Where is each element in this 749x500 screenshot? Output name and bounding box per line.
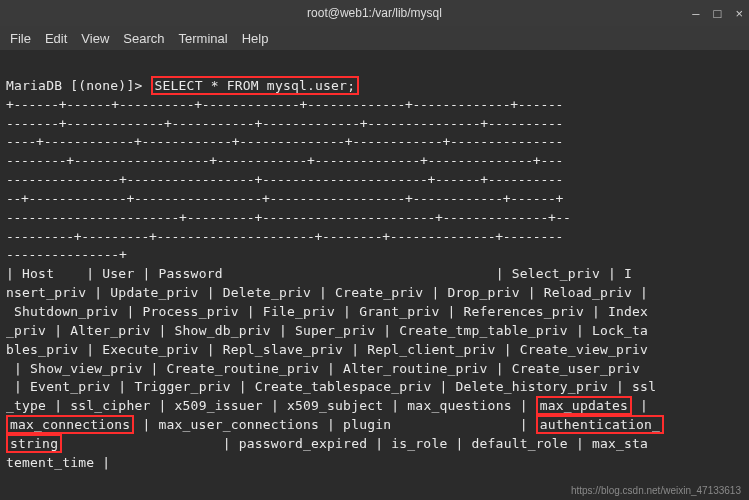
column-header: tement_time | bbox=[6, 455, 110, 470]
terminal-content[interactable]: MariaDB [(none)]> SELECT * FROM mysql.us… bbox=[0, 50, 749, 481]
column-header: _priv | Alter_priv | Show_db_priv | Supe… bbox=[6, 323, 648, 338]
column-header: bles_priv | Execute_priv | Repl_slave_pr… bbox=[6, 342, 648, 357]
window-controls: – □ × bbox=[692, 6, 743, 21]
separator-row: --+-------------+-----------------+-----… bbox=[6, 191, 563, 206]
window-title-bar: root@web1:/var/lib/mysql – □ × bbox=[0, 0, 749, 26]
max-connections-highlight: max_connections bbox=[6, 415, 134, 434]
column-header: nsert_priv | Update_priv | Delete_priv |… bbox=[6, 285, 648, 300]
column-header: | max_user_connections | plugin | bbox=[134, 417, 535, 432]
separator-row: -------+-------------+-----------+------… bbox=[6, 116, 563, 131]
authentication-highlight: authentication_ bbox=[536, 415, 664, 434]
minimize-button[interactable]: – bbox=[692, 6, 699, 21]
window-title: root@web1:/var/lib/mysql bbox=[307, 6, 442, 20]
separator-row: --------+------------------+------------… bbox=[6, 153, 563, 168]
separator-row: +------+------+----------+-------------+… bbox=[6, 97, 563, 112]
sql-prompt: MariaDB [(none)]> bbox=[6, 78, 142, 93]
separator-row: -----------------------+---------+------… bbox=[6, 210, 571, 225]
separator-row: ----+------------+------------+---------… bbox=[6, 134, 563, 149]
column-header: | Event_priv | Trigger_priv | Create_tab… bbox=[6, 379, 656, 394]
column-header: | bbox=[632, 398, 656, 413]
column-header: Shutdown_priv | Process_priv | File_priv… bbox=[6, 304, 648, 319]
string-highlight: string bbox=[6, 434, 62, 453]
column-header: | Show_view_priv | Create_routine_priv |… bbox=[6, 361, 640, 376]
menu-bar: File Edit View Search Terminal Help bbox=[0, 26, 749, 50]
column-header: _type | ssl_cipher | x509_issuer | x509_… bbox=[6, 398, 536, 413]
column-header: | password_expired | is_role | default_r… bbox=[62, 436, 648, 451]
close-button[interactable]: × bbox=[735, 6, 743, 21]
menu-search[interactable]: Search bbox=[123, 31, 164, 46]
separator-row: ---------------+-----------------+------… bbox=[6, 172, 563, 187]
watermark-text: https://blog.csdn.net/weixin_47133613 bbox=[571, 485, 741, 496]
max-updates-highlight: max_updates bbox=[536, 396, 632, 415]
separator-row: ---------------+ bbox=[6, 247, 126, 262]
menu-edit[interactable]: Edit bbox=[45, 31, 67, 46]
separator-row: ---------+---------+--------------------… bbox=[6, 229, 563, 244]
sql-query-highlight: SELECT * FROM mysql.user; bbox=[151, 76, 360, 95]
menu-help[interactable]: Help bbox=[242, 31, 269, 46]
menu-view[interactable]: View bbox=[81, 31, 109, 46]
menu-file[interactable]: File bbox=[10, 31, 31, 46]
column-header: | Host | User | Password | Select_priv |… bbox=[6, 266, 632, 281]
maximize-button[interactable]: □ bbox=[714, 6, 722, 21]
menu-terminal[interactable]: Terminal bbox=[179, 31, 228, 46]
